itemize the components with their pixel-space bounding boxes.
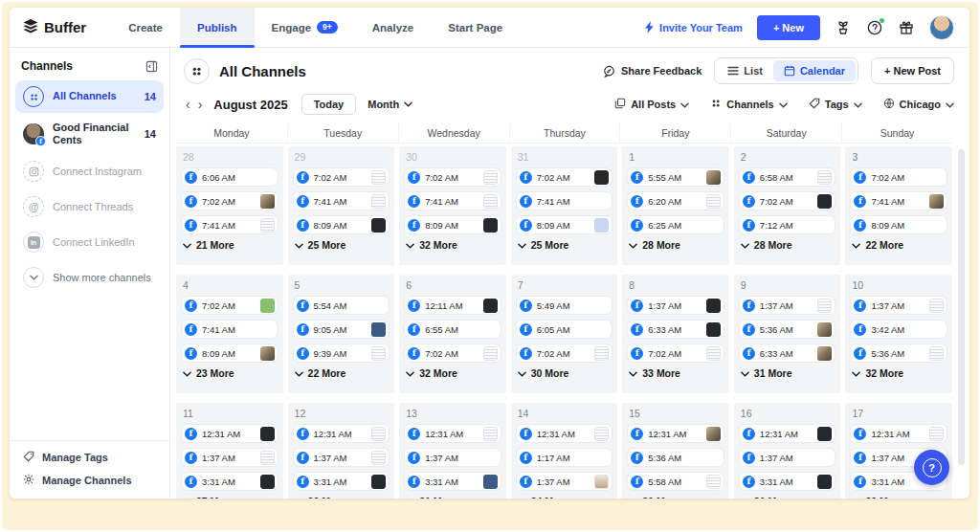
post-entry[interactable]: f1:37 AM bbox=[627, 296, 724, 315]
post-entry[interactable]: f8:09 AM bbox=[181, 344, 278, 363]
more-posts-link[interactable]: 32 More bbox=[406, 367, 501, 379]
day-cell[interactable]: 3f7:02 AMf7:41 AMf8:09 AM22 More bbox=[845, 146, 952, 265]
buffer-logo[interactable]: Buffer bbox=[23, 8, 86, 47]
user-avatar[interactable] bbox=[929, 15, 954, 40]
post-entry[interactable]: f12:11 AM bbox=[404, 296, 501, 315]
vertical-scrollbar[interactable] bbox=[958, 149, 965, 465]
more-posts-link[interactable]: 31 More bbox=[741, 496, 836, 499]
post-entry[interactable]: f6:33 AM bbox=[627, 320, 724, 339]
nav-tab-analyze[interactable]: Analyze bbox=[355, 8, 431, 47]
day-cell[interactable]: 13f12:31 AMf1:37 AMf3:31 AM31 More bbox=[399, 403, 506, 499]
day-cell[interactable]: 11f12:31 AMf1:37 AMf3:31 AM37 More bbox=[176, 403, 283, 499]
post-entry[interactable]: f6:20 AM bbox=[627, 191, 724, 211]
post-entry[interactable]: f1:37 AM bbox=[293, 448, 390, 467]
post-entry[interactable]: f1:37 AM bbox=[181, 448, 278, 467]
post-entry[interactable]: f12:31 AM bbox=[627, 424, 724, 443]
post-entry[interactable]: f7:12 AM bbox=[739, 215, 836, 234]
post-entry[interactable]: f12:31 AM bbox=[293, 424, 390, 443]
prev-period-button[interactable]: ‹ bbox=[182, 98, 194, 111]
post-entry[interactable]: f8:09 AM bbox=[293, 215, 390, 234]
post-entry[interactable]: f1:17 AM bbox=[516, 448, 613, 467]
nav-tab-engage[interactable]: Engage9+ bbox=[255, 8, 355, 47]
more-posts-link[interactable]: 23 More bbox=[183, 367, 278, 379]
post-entry[interactable]: f3:31 AM bbox=[739, 472, 836, 491]
post-entry[interactable]: f1:37 AM bbox=[404, 448, 501, 467]
manage-tags-button[interactable]: Manage Tags bbox=[23, 451, 156, 464]
sidebar-item-connect-threads[interactable]: @Connect Threads bbox=[15, 190, 164, 223]
post-entry[interactable]: f6:05 AM bbox=[516, 320, 613, 339]
post-entry[interactable]: f7:02 AM bbox=[516, 344, 613, 363]
more-posts-link[interactable]: 37 More bbox=[183, 496, 278, 499]
day-cell[interactable]: 28f6:06 AMf7:02 AMf7:41 AM21 More bbox=[176, 146, 283, 265]
post-entry[interactable]: f1:37 AM bbox=[850, 296, 947, 315]
growth-plant-icon[interactable] bbox=[835, 19, 852, 36]
more-posts-link[interactable]: 25 More bbox=[295, 239, 390, 251]
post-entry[interactable]: f5:36 AM bbox=[627, 448, 724, 467]
day-cell[interactable]: 31f7:02 AMf7:41 AMf8:09 AM25 More bbox=[511, 146, 618, 265]
post-entry[interactable]: f1:37 AM bbox=[739, 296, 836, 315]
post-entry[interactable]: f5:36 AM bbox=[850, 344, 947, 363]
post-entry[interactable]: f12:31 AM bbox=[181, 424, 278, 443]
day-cell[interactable]: 16f12:31 AMf1:37 AMf3:31 AM31 More bbox=[734, 403, 841, 499]
more-posts-link[interactable]: 31 More bbox=[741, 367, 836, 379]
more-posts-link[interactable]: 33 More bbox=[629, 367, 724, 379]
post-entry[interactable]: f6:06 AM bbox=[181, 167, 278, 187]
post-entry[interactable]: f12:31 AM bbox=[404, 424, 501, 443]
more-posts-link[interactable]: 21 More bbox=[183, 239, 278, 251]
more-posts-link[interactable]: 25 More bbox=[518, 239, 613, 251]
list-view-button[interactable]: List bbox=[717, 60, 773, 81]
more-posts-link[interactable]: 34 More bbox=[518, 496, 613, 499]
post-entry[interactable]: f5:54 AM bbox=[293, 296, 390, 315]
filter-channels[interactable]: Channels bbox=[710, 98, 788, 111]
day-cell[interactable]: 12f12:31 AMf1:37 AMf3:31 AM36 More bbox=[288, 403, 395, 499]
post-entry[interactable]: f7:02 AM bbox=[404, 344, 501, 363]
post-entry[interactable]: f8:09 AM bbox=[850, 215, 947, 234]
more-posts-link[interactable]: 30 More bbox=[518, 367, 613, 379]
post-entry[interactable]: f3:31 AM bbox=[181, 472, 278, 491]
day-cell[interactable]: 15f12:31 AMf5:36 AMf5:58 AM30 More bbox=[622, 403, 729, 499]
post-entry[interactable]: f12:31 AM bbox=[516, 424, 613, 443]
post-entry[interactable]: f3:31 AM bbox=[293, 472, 390, 491]
post-entry[interactable]: f5:49 AM bbox=[516, 296, 613, 315]
more-posts-link[interactable]: 22 More bbox=[852, 239, 947, 251]
nav-tab-create[interactable]: Create bbox=[111, 8, 180, 47]
today-button[interactable]: Today bbox=[301, 94, 357, 115]
nav-tab-publish[interactable]: Publish bbox=[180, 8, 255, 47]
more-posts-link[interactable]: 28 More bbox=[629, 239, 724, 251]
day-cell[interactable]: 29f7:02 AMf7:41 AMf8:09 AM25 More bbox=[288, 146, 395, 265]
post-entry[interactable]: f7:02 AM bbox=[404, 167, 501, 187]
post-entry[interactable]: f9:39 AM bbox=[293, 344, 390, 363]
post-entry[interactable]: f8:09 AM bbox=[404, 215, 501, 234]
post-entry[interactable]: f7:41 AM bbox=[293, 191, 390, 211]
post-entry[interactable]: f12:31 AM bbox=[850, 424, 947, 443]
day-cell[interactable]: 30f7:02 AMf7:41 AMf8:09 AM32 More bbox=[399, 146, 506, 265]
more-posts-link[interactable]: 28 More bbox=[741, 239, 836, 251]
day-cell[interactable]: 4f7:02 AMf7:41 AMf8:09 AM23 More bbox=[176, 275, 283, 393]
post-entry[interactable]: f5:36 AM bbox=[739, 320, 836, 339]
next-period-button[interactable]: › bbox=[194, 98, 207, 111]
sidebar-item-all-channels[interactable]: All Channels14 bbox=[15, 80, 164, 113]
day-cell[interactable]: 2f6:58 AMf7:02 AMf7:12 AM28 More bbox=[734, 146, 841, 265]
share-feedback-button[interactable]: Share Feedback bbox=[603, 65, 702, 78]
post-entry[interactable]: f5:55 AM bbox=[627, 167, 724, 187]
more-posts-link[interactable]: 31 More bbox=[406, 496, 501, 499]
post-entry[interactable]: f7:02 AM bbox=[293, 167, 390, 187]
more-posts-link[interactable]: 29 More bbox=[852, 496, 947, 499]
nav-tab-start-page[interactable]: Start Page bbox=[431, 8, 520, 47]
day-cell[interactable]: 8f1:37 AMf6:33 AMf7:02 AM33 More bbox=[622, 275, 729, 393]
help-fab-button[interactable]: ? bbox=[914, 450, 949, 485]
sidebar-item-connect-linkedin[interactable]: inConnect LinkedIn bbox=[15, 226, 164, 258]
post-entry[interactable]: f5:58 AM bbox=[627, 472, 724, 491]
post-entry[interactable]: f6:25 AM bbox=[627, 215, 724, 234]
post-entry[interactable]: f6:55 AM bbox=[404, 320, 501, 339]
post-entry[interactable]: f7:02 AM bbox=[739, 191, 836, 211]
sidebar-item-show-more-channels[interactable]: Show more channels bbox=[15, 261, 164, 294]
manage-channels-button[interactable]: Manage Channels bbox=[23, 474, 156, 487]
more-posts-link[interactable]: 30 More bbox=[629, 496, 724, 499]
day-cell[interactable]: 1f5:55 AMf6:20 AMf6:25 AM28 More bbox=[622, 146, 729, 265]
filter-tags[interactable]: Tags bbox=[809, 98, 862, 111]
sidebar-item-good-financial-cents[interactable]: fGood Financial Cents14 bbox=[15, 116, 164, 152]
post-entry[interactable]: f7:02 AM bbox=[850, 167, 947, 187]
post-entry[interactable]: f7:02 AM bbox=[181, 296, 278, 315]
calendar-view-button[interactable]: Calendar bbox=[773, 60, 856, 81]
